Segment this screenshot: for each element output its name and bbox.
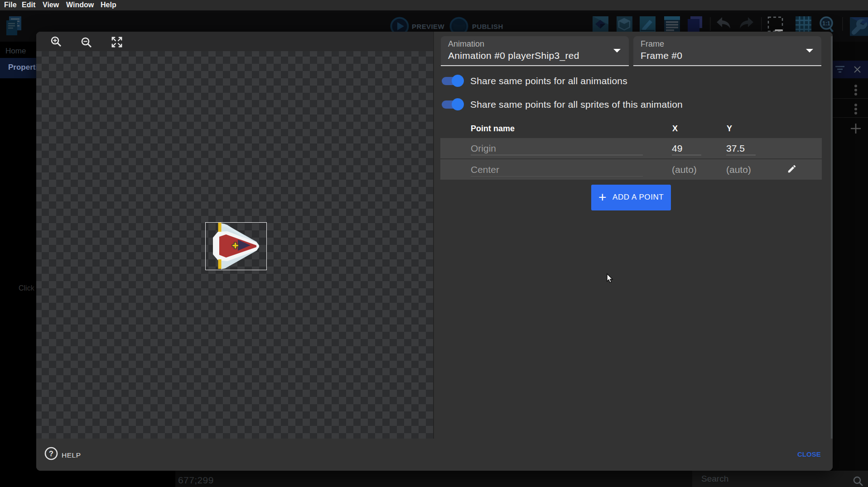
svg-text:?: ? — [49, 450, 53, 458]
svg-text:1:1: 1:1 — [822, 20, 830, 27]
